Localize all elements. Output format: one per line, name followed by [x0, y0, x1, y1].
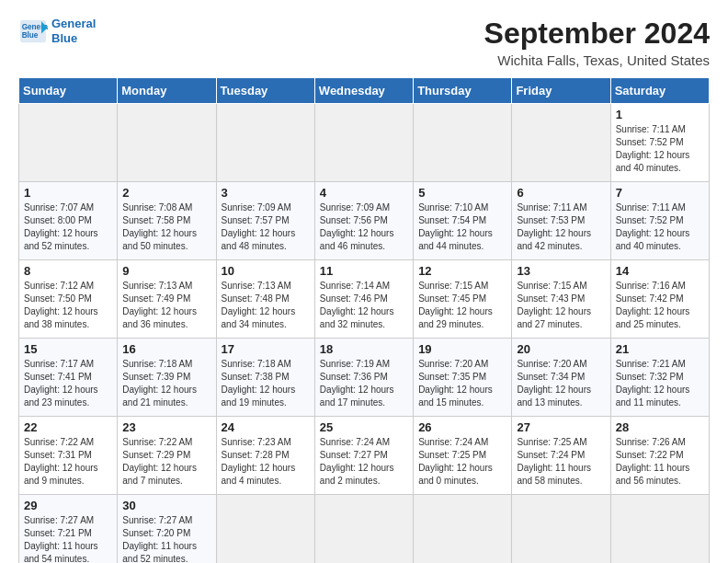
calendar-cell	[216, 104, 314, 182]
day-number: 15	[24, 342, 112, 356]
day-info: Sunrise: 7:09 AM Sunset: 7:56 PM Dayligh…	[320, 201, 408, 253]
calendar-header-wednesday: Wednesday	[314, 78, 413, 104]
day-number: 1	[24, 186, 112, 200]
day-number: 1	[616, 108, 704, 121]
calendar-cell: 22Sunrise: 7:22 AM Sunset: 7:31 PM Dayli…	[19, 417, 118, 495]
day-info: Sunrise: 7:24 AM Sunset: 7:27 PM Dayligh…	[320, 436, 408, 488]
day-info: Sunrise: 7:27 AM Sunset: 7:21 PM Dayligh…	[24, 514, 112, 563]
calendar-page: General Blue General Blue September 2024…	[0, 0, 728, 563]
calendar-cell: 8Sunrise: 7:12 AM Sunset: 7:50 PM Daylig…	[19, 260, 118, 339]
calendar-cell: 13Sunrise: 7:15 AM Sunset: 7:43 PM Dayli…	[512, 260, 610, 339]
day-number: 19	[418, 342, 506, 356]
day-number: 7	[616, 186, 704, 200]
calendar-cell	[414, 104, 512, 182]
calendar-cell: 27Sunrise: 7:25 AM Sunset: 7:24 PM Dayli…	[512, 417, 610, 495]
day-info: Sunrise: 7:27 AM Sunset: 7:20 PM Dayligh…	[122, 514, 210, 563]
day-info: Sunrise: 7:09 AM Sunset: 7:57 PM Dayligh…	[222, 201, 310, 253]
day-number: 25	[320, 420, 408, 434]
header: General Blue General Blue September 2024…	[18, 17, 710, 68]
calendar-cell: 28Sunrise: 7:26 AM Sunset: 7:22 PM Dayli…	[610, 417, 709, 495]
day-number: 26	[418, 420, 506, 434]
calendar-cell: 11Sunrise: 7:14 AM Sunset: 7:46 PM Dayli…	[314, 260, 413, 339]
calendar-cell: 24Sunrise: 7:23 AM Sunset: 7:28 PM Dayli…	[216, 417, 314, 495]
day-info: Sunrise: 7:18 AM Sunset: 7:38 PM Dayligh…	[222, 358, 310, 409]
day-number: 8	[24, 264, 112, 278]
calendar-cell	[414, 495, 512, 564]
day-info: Sunrise: 7:26 AM Sunset: 7:22 PM Dayligh…	[616, 436, 704, 488]
calendar-cell: 23Sunrise: 7:22 AM Sunset: 7:29 PM Dayli…	[118, 417, 216, 495]
calendar-header-row: SundayMondayTuesdayWednesdayThursdayFrid…	[19, 78, 710, 104]
calendar-cell	[314, 104, 413, 182]
calendar-cell: 19Sunrise: 7:20 AM Sunset: 7:35 PM Dayli…	[414, 339, 512, 417]
calendar-cell: 1Sunrise: 7:07 AM Sunset: 8:00 PM Daylig…	[19, 182, 118, 260]
calendar-cell: 6Sunrise: 7:11 AM Sunset: 7:53 PM Daylig…	[512, 182, 610, 260]
calendar-cell: 17Sunrise: 7:18 AM Sunset: 7:38 PM Dayli…	[216, 339, 314, 417]
calendar-cell: 1Sunrise: 7:11 AM Sunset: 7:52 PM Daylig…	[610, 104, 709, 182]
day-info: Sunrise: 7:22 AM Sunset: 7:29 PM Dayligh…	[122, 436, 210, 488]
logo: General Blue General Blue	[18, 17, 96, 45]
day-number: 24	[222, 420, 310, 434]
calendar-cell: 9Sunrise: 7:13 AM Sunset: 7:49 PM Daylig…	[118, 260, 216, 339]
day-info: Sunrise: 7:11 AM Sunset: 7:52 PM Dayligh…	[616, 201, 704, 253]
title-block: September 2024 Wichita Falls, Texas, Uni…	[484, 17, 710, 68]
calendar-cell: 4Sunrise: 7:09 AM Sunset: 7:56 PM Daylig…	[314, 182, 413, 260]
calendar-cell: 10Sunrise: 7:13 AM Sunset: 7:48 PM Dayli…	[216, 260, 314, 339]
day-info: Sunrise: 7:12 AM Sunset: 7:50 PM Dayligh…	[24, 280, 112, 331]
logo-line1: General	[51, 17, 96, 30]
day-number: 11	[320, 264, 408, 278]
day-number: 14	[616, 264, 704, 278]
month-title: September 2024	[484, 17, 710, 51]
day-info: Sunrise: 7:16 AM Sunset: 7:42 PM Dayligh…	[616, 280, 704, 331]
day-number: 2	[122, 186, 210, 200]
day-number: 3	[222, 186, 310, 200]
day-info: Sunrise: 7:20 AM Sunset: 7:35 PM Dayligh…	[418, 358, 506, 409]
calendar-header-sunday: Sunday	[19, 78, 118, 104]
calendar-week-row: 15Sunrise: 7:17 AM Sunset: 7:41 PM Dayli…	[19, 339, 710, 417]
calendar-header-friday: Friday	[512, 78, 610, 104]
day-info: Sunrise: 7:24 AM Sunset: 7:25 PM Dayligh…	[418, 436, 506, 488]
day-info: Sunrise: 7:25 AM Sunset: 7:24 PM Dayligh…	[517, 436, 605, 488]
day-number: 23	[122, 420, 210, 434]
calendar-week-row: 1Sunrise: 7:07 AM Sunset: 8:00 PM Daylig…	[19, 182, 710, 260]
calendar-table: SundayMondayTuesdayWednesdayThursdayFrid…	[18, 77, 710, 563]
calendar-week-row: 1Sunrise: 7:11 AM Sunset: 7:52 PM Daylig…	[19, 104, 710, 182]
calendar-cell	[512, 495, 610, 564]
calendar-header-tuesday: Tuesday	[216, 78, 314, 104]
day-info: Sunrise: 7:08 AM Sunset: 7:58 PM Dayligh…	[122, 201, 210, 253]
calendar-week-row: 29Sunrise: 7:27 AM Sunset: 7:21 PM Dayli…	[19, 495, 710, 564]
logo-line2: Blue	[51, 31, 77, 45]
calendar-header-monday: Monday	[118, 78, 216, 104]
calendar-cell: 5Sunrise: 7:10 AM Sunset: 7:54 PM Daylig…	[414, 182, 512, 260]
day-info: Sunrise: 7:07 AM Sunset: 8:00 PM Dayligh…	[24, 201, 112, 253]
day-number: 30	[122, 499, 210, 512]
day-info: Sunrise: 7:21 AM Sunset: 7:32 PM Dayligh…	[616, 358, 704, 409]
day-info: Sunrise: 7:10 AM Sunset: 7:54 PM Dayligh…	[418, 201, 506, 253]
day-number: 6	[517, 186, 605, 200]
day-info: Sunrise: 7:15 AM Sunset: 7:43 PM Dayligh…	[517, 280, 605, 331]
day-number: 13	[517, 264, 605, 278]
calendar-cell: 18Sunrise: 7:19 AM Sunset: 7:36 PM Dayli…	[314, 339, 413, 417]
calendar-week-row: 22Sunrise: 7:22 AM Sunset: 7:31 PM Dayli…	[19, 417, 710, 495]
day-info: Sunrise: 7:11 AM Sunset: 7:53 PM Dayligh…	[517, 201, 605, 253]
logo-icon: General Blue	[18, 18, 48, 44]
day-number: 16	[122, 342, 210, 356]
day-info: Sunrise: 7:22 AM Sunset: 7:31 PM Dayligh…	[24, 436, 112, 488]
calendar-cell	[216, 495, 314, 564]
svg-text:Blue: Blue	[22, 31, 39, 40]
day-number: 5	[418, 186, 506, 200]
calendar-cell: 7Sunrise: 7:11 AM Sunset: 7:52 PM Daylig…	[610, 182, 709, 260]
calendar-cell	[512, 104, 610, 182]
day-info: Sunrise: 7:20 AM Sunset: 7:34 PM Dayligh…	[517, 358, 605, 409]
calendar-cell: 16Sunrise: 7:18 AM Sunset: 7:39 PM Dayli…	[118, 339, 216, 417]
day-info: Sunrise: 7:17 AM Sunset: 7:41 PM Dayligh…	[24, 358, 112, 409]
day-number: 22	[24, 420, 112, 434]
day-number: 18	[320, 342, 408, 356]
calendar-week-row: 8Sunrise: 7:12 AM Sunset: 7:50 PM Daylig…	[19, 260, 710, 339]
calendar-cell: 2Sunrise: 7:08 AM Sunset: 7:58 PM Daylig…	[118, 182, 216, 260]
calendar-cell: 29Sunrise: 7:27 AM Sunset: 7:21 PM Dayli…	[19, 495, 118, 564]
day-info: Sunrise: 7:18 AM Sunset: 7:39 PM Dayligh…	[122, 358, 210, 409]
day-number: 29	[24, 499, 112, 512]
calendar-cell: 20Sunrise: 7:20 AM Sunset: 7:34 PM Dayli…	[512, 339, 610, 417]
calendar-cell	[118, 104, 216, 182]
calendar-cell: 15Sunrise: 7:17 AM Sunset: 7:41 PM Dayli…	[19, 339, 118, 417]
